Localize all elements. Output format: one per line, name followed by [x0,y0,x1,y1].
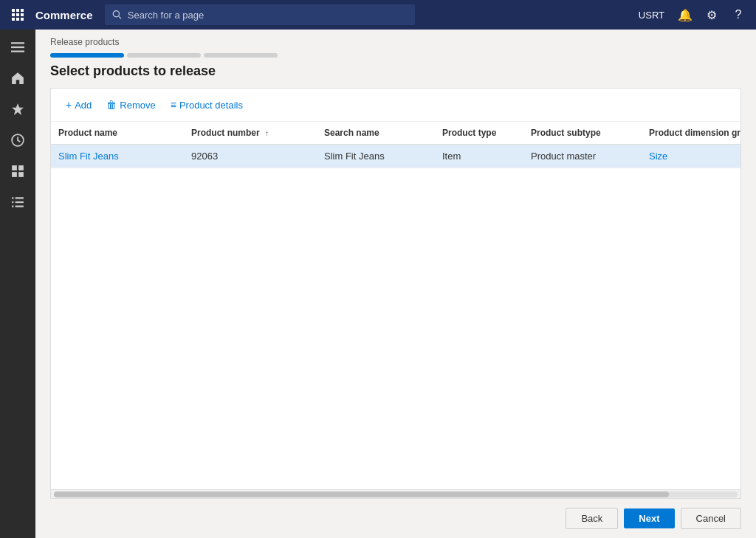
sidebar [0,30,35,538]
add-icon: + [66,99,72,111]
progress-step-1 [50,53,124,58]
remove-label: Remove [120,100,155,111]
svg-rect-4 [16,13,19,16]
table-header-row: Product name Product number ↑ Search nam… [51,122,740,145]
table-cell: Item [435,145,523,168]
table-cell: Slim Fit Jeans [317,145,435,168]
table-row[interactable]: Slim Fit Jeans92063Slim Fit JeansItemPro… [51,145,740,168]
sidebar-item-list[interactable] [3,187,32,217]
svg-rect-19 [18,172,24,177]
sidebar-item-favorites[interactable] [3,94,32,124]
page-title: Select products to release [35,63,756,88]
settings-icon[interactable]: ⚙ [700,3,724,27]
table-cell: 92063 [184,145,317,168]
table-cell: Product master [523,145,642,168]
progress-step-3 [204,53,278,58]
scrollbar-thumb [54,492,669,497]
sidebar-item-home[interactable] [3,63,32,93]
back-button[interactable]: Back [566,508,618,529]
products-table: Product name Product number ↑ Search nam… [51,122,740,168]
next-button[interactable]: Next [624,508,674,528]
svg-rect-5 [21,13,24,16]
username: USRT [633,10,670,21]
product-card: + Add 🗑 Remove ≡ Product details [50,88,741,499]
nav-right: USRT 🔔 ⚙ ? [633,3,750,27]
col-header-product-type[interactable]: Product type [435,122,523,145]
remove-icon: 🗑 [106,99,117,111]
svg-rect-6 [12,18,15,21]
product-details-icon: ≡ [171,99,176,111]
help-icon[interactable]: ? [726,3,750,27]
svg-rect-21 [16,197,24,199]
svg-rect-2 [21,9,24,12]
svg-marker-14 [12,103,24,115]
progress-step-2 [127,53,201,58]
svg-point-9 [113,11,119,17]
breadcrumb: Release products [35,30,756,50]
svg-rect-18 [12,172,17,177]
progress-bar-area [35,50,756,63]
table-wrap: Product name Product number ↑ Search nam… [51,122,740,489]
product-details-button[interactable]: ≡ Product details [165,96,249,114]
svg-rect-12 [11,46,24,48]
svg-line-10 [118,16,120,18]
svg-rect-7 [16,18,19,21]
remove-button[interactable]: 🗑 Remove [100,96,161,114]
add-button[interactable]: + Add [60,96,97,114]
cancel-button[interactable]: Cancel [681,508,741,529]
table-cell[interactable]: Size [642,145,740,168]
col-header-product-name[interactable]: Product name [51,122,184,145]
svg-rect-1 [16,9,19,12]
sidebar-item-workspaces[interactable] [3,156,32,186]
svg-rect-17 [18,165,24,170]
svg-rect-3 [12,13,15,16]
horizontal-scrollbar[interactable] [51,489,740,498]
scrollbar-track [54,492,738,497]
app-title: Commerce [35,9,93,21]
table-cell[interactable]: Slim Fit Jeans [51,145,184,168]
product-details-label: Product details [179,100,243,111]
top-nav: Commerce USRT 🔔 ⚙ ? [0,0,756,30]
footer: Back Next Cancel [35,499,756,538]
sort-icon: ↑ [265,129,269,137]
col-header-product-number[interactable]: Product number ↑ [184,122,317,145]
search-input[interactable] [128,10,408,21]
main-layout: Release products Select products to rele… [0,30,756,538]
svg-rect-23 [16,201,24,203]
cell-link[interactable]: Size [649,151,667,162]
sidebar-item-recent[interactable] [3,125,32,155]
search-icon [112,10,122,20]
table-body: Slim Fit Jeans92063Slim Fit JeansItemPro… [51,145,740,168]
col-header-search-name[interactable]: Search name [317,122,435,145]
svg-rect-20 [12,197,13,199]
svg-rect-11 [11,42,24,44]
svg-rect-8 [21,18,24,21]
svg-rect-25 [16,206,24,207]
app-grid-icon[interactable] [6,3,30,27]
notification-bell-icon[interactable]: 🔔 [673,3,697,27]
sidebar-item-menu[interactable] [3,32,32,62]
svg-rect-0 [12,9,15,12]
add-label: Add [75,100,92,111]
col-header-product-dimension-group[interactable]: Product dimension group [642,122,740,145]
search-bar[interactable] [105,4,415,25]
svg-rect-24 [12,206,13,207]
col-header-product-subtype[interactable]: Product subtype [523,122,642,145]
toolbar: + Add 🗑 Remove ≡ Product details [51,89,740,122]
content-area: Release products Select products to rele… [35,30,756,538]
cell-link[interactable]: Slim Fit Jeans [58,151,119,162]
svg-rect-16 [12,165,17,170]
svg-rect-22 [12,201,13,203]
svg-rect-13 [11,51,24,52]
